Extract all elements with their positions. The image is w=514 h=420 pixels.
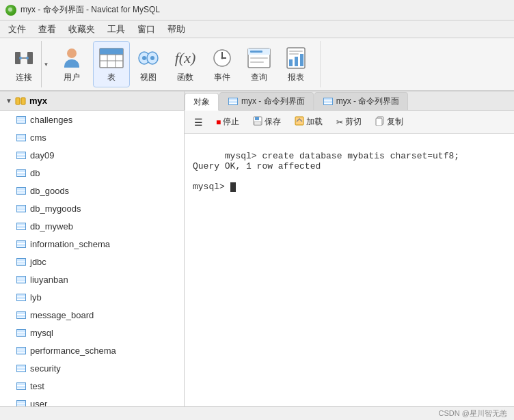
db-icon-cms [16, 134, 26, 141]
connection-icon [15, 97, 26, 105]
db-item-security[interactable]: security [0, 359, 184, 377]
db-item-user[interactable]: user [0, 395, 184, 406]
svg-rect-37 [376, 118, 382, 126]
connect-button[interactable]: 连接 [5, 41, 42, 87]
menu-favorites[interactable]: 收藏夹 [63, 22, 100, 37]
svg-rect-30 [16, 98, 20, 104]
db-icon-db_goods [16, 187, 26, 195]
db-icon-db [16, 169, 26, 177]
db-item-jdbc[interactable]: jdbc [0, 253, 184, 270]
tab-cmd1[interactable]: myx - 命令列界面 [219, 92, 314, 110]
status-bar: CSDN @星川智无恙 [0, 406, 514, 420]
view-icon [136, 46, 161, 70]
user-button[interactable]: 用户 [53, 41, 90, 87]
db-item-test[interactable]: test [0, 377, 184, 395]
stop-button[interactable]: ■ 停止 [211, 114, 244, 130]
save-icon [253, 116, 262, 128]
report-button[interactable]: 报表 [278, 41, 314, 87]
svg-point-14 [150, 56, 154, 60]
stop-label: 停止 [223, 116, 239, 128]
svg-rect-21 [250, 51, 262, 53]
view-button[interactable]: 视图 [130, 41, 167, 87]
db-item-db_mygoods[interactable]: db_mygoods [0, 199, 184, 217]
stop-icon: ■ [216, 117, 221, 127]
db-icon-challenges [16, 116, 26, 124]
db-icon-performance_schema [16, 347, 26, 354]
tab-objects[interactable]: 对象 [185, 93, 219, 111]
svg-point-13 [142, 56, 146, 60]
svg-point-3 [19, 57, 22, 59]
copy-button[interactable]: 复制 [370, 114, 408, 130]
user-label: 用户 [64, 72, 80, 83]
title-bar: myx - 命令列界面 - Navicat for MySQL [0, 0, 514, 20]
query-button[interactable]: 查询 [241, 41, 278, 87]
db-icon-information_schema [16, 240, 26, 248]
func-button[interactable]: f(x) 函数 [167, 41, 204, 87]
tab-bar: 对象 myx - 命令列界面 myx - 命令列界面 [185, 92, 514, 111]
menu-file[interactable]: 文件 [3, 22, 31, 37]
terminal[interactable]: mysql> create database mybatis charset=u… [185, 134, 514, 406]
svg-point-4 [26, 57, 29, 59]
svg-rect-28 [289, 51, 303, 52]
db-item-liuyanban[interactable]: liuyanban [0, 270, 184, 288]
db-icon-jdbc [16, 258, 26, 266]
user-icon [59, 46, 84, 70]
query-label: 查询 [251, 72, 267, 83]
svg-rect-33 [255, 117, 259, 120]
menu-tools[interactable]: 工具 [102, 22, 131, 37]
func-icon: f(x) [173, 46, 198, 70]
db-item-lyb[interactable]: lyb [0, 288, 184, 306]
sidebar-header[interactable]: ▼ myx [0, 92, 184, 111]
db-item-day09[interactable]: day09 [0, 146, 184, 164]
tab-cmd2-icon [323, 98, 333, 105]
tab-objects-label: 对象 [193, 96, 210, 108]
event-button[interactable]: 事件 [204, 41, 241, 87]
db-item-db_myweb[interactable]: db_myweb [0, 217, 184, 235]
copy-label: 复制 [387, 116, 403, 128]
db-icon-day09 [16, 152, 26, 159]
menu-bar: 文件 查看 收藏夹 工具 窗口 帮助 [0, 20, 514, 38]
db-item-cms[interactable]: cms [0, 128, 184, 146]
db-item-information_schema[interactable]: information_schema [0, 235, 184, 253]
db-icon-test [16, 382, 26, 390]
query-icon [247, 46, 271, 70]
toolbar-group-objects: 表 视图 f(x) 函数 [93, 41, 321, 87]
menu-window[interactable]: 窗口 [132, 22, 161, 37]
status-text: CSDN @星川智无恙 [439, 408, 507, 419]
func-label: 函数 [177, 72, 193, 83]
db-item-message_board[interactable]: message_board [0, 306, 184, 324]
cut-button[interactable]: ✂ 剪切 [332, 114, 366, 130]
load-button[interactable]: 加载 [290, 114, 327, 130]
table-icon [99, 46, 124, 70]
copy-icon [375, 116, 385, 128]
content-area: 对象 myx - 命令列界面 myx - 命令列界面 ☰ ■ 停止 [185, 92, 514, 406]
save-button[interactable]: 保存 [248, 114, 286, 130]
db-item-mysql[interactable]: mysql [0, 324, 184, 341]
svg-rect-34 [254, 122, 261, 125]
db-item-db_goods[interactable]: db_goods [0, 182, 184, 199]
connect-icon [12, 46, 36, 70]
main-area: ▼ myx challenges cms day09 db db_goods [0, 92, 514, 406]
menu-view[interactable]: 查看 [33, 22, 62, 37]
connect-split-arrow[interactable]: ▼ [41, 41, 51, 87]
svg-rect-25 [289, 59, 293, 66]
db-item-performance_schema[interactable]: performance_schema [0, 341, 184, 359]
db-icon-db_mygoods [16, 205, 26, 212]
connection-name: myx [29, 96, 47, 106]
db-icon-user [16, 400, 26, 407]
db-item-db[interactable]: db [0, 164, 184, 182]
db-item-challenges[interactable]: challenges [0, 111, 184, 128]
event-label: 事件 [214, 72, 230, 83]
db-icon-lyb [16, 294, 26, 301]
load-label: 加载 [306, 116, 323, 128]
svg-rect-6 [100, 48, 123, 55]
event-icon [210, 46, 234, 70]
tab-cmd2[interactable]: myx - 命令列界面 [314, 92, 409, 110]
table-button[interactable]: 表 [93, 41, 130, 87]
svg-rect-23 [250, 61, 264, 63]
menu-help[interactable]: 帮助 [162, 22, 191, 37]
hamburger-button[interactable]: ☰ [190, 115, 207, 129]
svg-rect-27 [300, 54, 303, 66]
view-label: 视图 [140, 72, 157, 83]
terminal-cursor [230, 182, 236, 192]
